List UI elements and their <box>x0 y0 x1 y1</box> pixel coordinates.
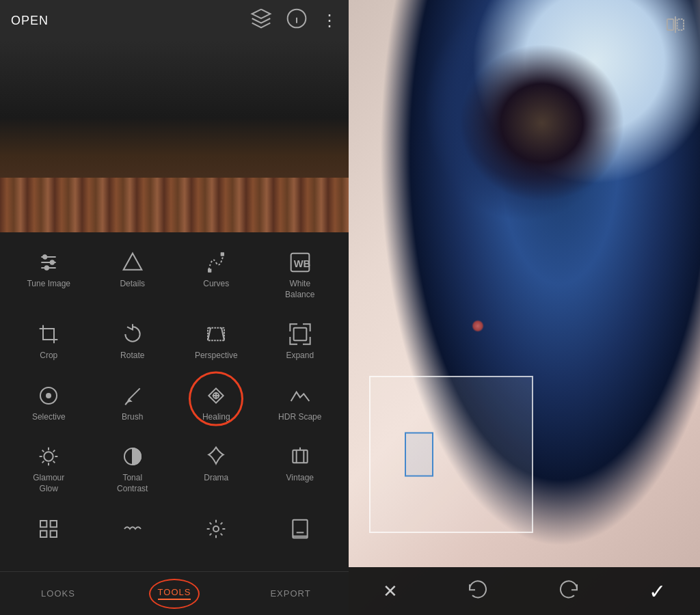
layers-icon[interactable] <box>250 8 272 33</box>
eye-image <box>349 0 700 615</box>
redo-button[interactable] <box>544 571 593 612</box>
nav-looks[interactable]: LOOKS <box>0 572 116 615</box>
tool-drama[interactable]: Drama <box>178 439 254 500</box>
drama-icon <box>204 444 228 469</box>
portrait-icon <box>288 517 312 541</box>
tool-tonal-contrast[interactable]: TonalContrast <box>95 439 170 500</box>
svg-point-19 <box>46 393 51 398</box>
perspective-label: Perspective <box>195 351 238 361</box>
nav-tools-label: TOOLS <box>158 587 191 600</box>
tonal-contrast-icon <box>120 444 145 469</box>
svg-rect-38 <box>51 521 57 527</box>
svg-rect-10 <box>208 269 211 272</box>
selective-icon <box>36 383 61 408</box>
open-button[interactable]: OPEN <box>11 14 49 28</box>
svg-point-7 <box>51 260 54 264</box>
nav-export[interactable]: EXPORT <box>232 572 349 615</box>
tool-healing[interactable]: Healing <box>178 378 254 428</box>
rotate-icon <box>120 322 145 346</box>
grid-icon <box>36 517 61 541</box>
tool-white-balance[interactable]: WB WhiteBalance <box>262 245 338 305</box>
svg-line-49 <box>221 522 223 524</box>
tool-crop[interactable]: Crop <box>11 316 86 367</box>
top-bar: OPEN ⋮ <box>0 0 349 41</box>
curves-label: Curves <box>203 279 229 290</box>
blemish-spot <box>472 320 484 332</box>
undo-button[interactable] <box>453 571 502 612</box>
vintage-label: Vintage <box>286 473 314 484</box>
tool-rotate[interactable]: Rotate <box>95 316 170 367</box>
rotate-label: Rotate <box>120 351 144 361</box>
tool-row-1: Tune Image Details Curve <box>0 239 349 311</box>
tool-extra-sparkle[interactable] <box>178 511 254 551</box>
tool-glamour-glow[interactable]: GlamourGlow <box>11 439 86 500</box>
nav-tools[interactable]: TOOLS <box>116 572 232 615</box>
brush-icon <box>120 383 145 408</box>
tool-selective[interactable]: Selective <box>11 378 86 428</box>
mustache-icon <box>120 517 145 541</box>
tool-tune-image[interactable]: Tune Image <box>11 245 86 305</box>
right-panel: ✕ ✓ <box>349 0 700 615</box>
svg-line-47 <box>221 533 223 535</box>
svg-rect-37 <box>40 521 46 527</box>
svg-point-8 <box>45 266 49 269</box>
svg-rect-50 <box>293 519 307 538</box>
sparkle-icon <box>204 517 228 541</box>
tools-grid: Tune Image Details Curve <box>0 232 349 571</box>
crop-icon <box>36 322 61 346</box>
selection-inner-rect <box>405 433 433 477</box>
white-balance-icon: WB <box>288 250 312 275</box>
svg-point-23 <box>44 452 53 461</box>
more-options-icon[interactable]: ⋮ <box>321 11 338 30</box>
details-icon <box>120 250 145 275</box>
tool-curves[interactable]: Curves <box>178 245 254 305</box>
tool-perspective[interactable]: Perspective <box>178 316 254 367</box>
svg-point-6 <box>43 255 46 258</box>
svg-rect-34 <box>293 450 307 463</box>
nav-export-label: EXPORT <box>270 588 310 599</box>
svg-line-48 <box>210 533 212 535</box>
svg-line-30 <box>42 461 44 463</box>
top-icons-group: ⋮ <box>250 8 338 33</box>
tool-vintage[interactable]: Vintage <box>262 439 338 500</box>
svg-line-31 <box>53 450 55 452</box>
expand-label: Expand <box>286 351 314 361</box>
svg-point-41 <box>213 526 219 532</box>
bottom-nav: LOOKS TOOLS EXPORT <box>0 571 349 615</box>
info-icon[interactable] <box>286 8 308 33</box>
tool-row-3: Selective Brush <box>0 372 349 434</box>
tool-details[interactable]: Details <box>95 245 170 305</box>
tune-image-icon <box>36 250 61 275</box>
left-panel: OPEN ⋮ <box>0 0 349 615</box>
details-label: Details <box>120 279 145 290</box>
eye-overlay <box>349 0 700 308</box>
svg-rect-11 <box>221 252 224 256</box>
brush-label: Brush <box>122 412 143 423</box>
svg-rect-40 <box>51 530 57 536</box>
crop-label: Crop <box>40 351 57 361</box>
tool-extra-grid[interactable] <box>11 511 86 551</box>
tool-brush[interactable]: Brush <box>95 378 170 428</box>
cancel-button[interactable]: ✕ <box>369 574 412 609</box>
tool-extra-portrait[interactable] <box>262 511 338 551</box>
compare-button[interactable] <box>664 14 686 40</box>
svg-text:WB: WB <box>293 258 310 269</box>
healing-label: Healing <box>202 412 230 423</box>
tune-image-label: Tune Image <box>27 279 70 290</box>
svg-line-29 <box>53 461 55 463</box>
tool-row-5 <box>0 506 349 556</box>
tool-row-4: GlamourGlow TonalContrast Drama <box>0 433 349 505</box>
glamour-glow-icon <box>36 444 61 469</box>
preview-strip <box>0 178 349 232</box>
hdr-scape-label: HDR Scape <box>278 412 321 423</box>
drama-label: Drama <box>204 473 228 484</box>
svg-rect-53 <box>677 19 684 30</box>
tool-expand[interactable]: Expand <box>262 316 338 367</box>
tool-extra-mustache[interactable] <box>95 511 170 551</box>
confirm-button[interactable]: ✓ <box>635 573 679 610</box>
tool-hdr-scape[interactable]: HDR Scape <box>262 378 338 428</box>
svg-line-28 <box>42 450 44 452</box>
curves-icon <box>204 250 228 275</box>
svg-line-46 <box>210 522 212 524</box>
bottom-actions: ✕ ✓ <box>349 567 700 615</box>
